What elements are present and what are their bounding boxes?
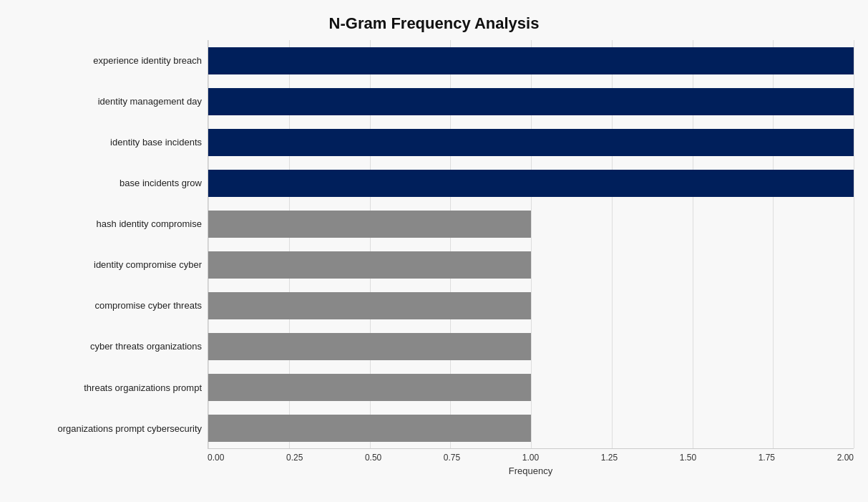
- bar: [208, 374, 531, 401]
- bar-row: [208, 122, 854, 163]
- x-tick: 0.00: [208, 453, 224, 463]
- bar-row: [208, 285, 854, 326]
- x-tick: 2.00: [837, 453, 854, 463]
- y-labels: experience identity breachidentity manag…: [14, 40, 208, 449]
- plot-area: experience identity breachidentity manag…: [14, 40, 854, 449]
- bar: [208, 129, 854, 156]
- x-tick: 1.50: [680, 453, 696, 463]
- bar: [208, 88, 854, 115]
- bar: [208, 211, 531, 238]
- y-label: cyber threats organizations: [14, 327, 202, 367]
- grid-line: [854, 40, 854, 448]
- bar-row: [208, 244, 854, 285]
- x-tick: 0.50: [365, 453, 381, 463]
- x-axis: 0.000.250.500.751.001.251.501.752.00: [14, 453, 854, 463]
- bar: [208, 47, 854, 74]
- bar-row: [208, 40, 854, 81]
- bar: [208, 292, 531, 319]
- y-label: base incidents grow: [14, 163, 202, 203]
- bar-row: [208, 81, 854, 122]
- x-tick: 1.75: [759, 453, 775, 463]
- y-label: experience identity breach: [14, 40, 202, 81]
- bar-row: [208, 367, 854, 407]
- chart-title: N-Gram Frequency Analysis: [14, 14, 854, 33]
- x-tick: 1.25: [601, 453, 618, 463]
- bar: [208, 170, 854, 197]
- chart-container: N-Gram Frequency Analysis experience ide…: [0, 0, 868, 502]
- chart-area: experience identity breachidentity manag…: [14, 40, 854, 428]
- bar-row: [208, 163, 854, 203]
- y-label: identity base incidents: [14, 122, 202, 163]
- y-label: threats organizations prompt: [14, 367, 202, 408]
- bar: [208, 333, 531, 360]
- y-label: organizations prompt cybersecurity: [14, 408, 202, 449]
- y-label: hash identity compromise: [14, 203, 202, 244]
- bar: [208, 251, 531, 279]
- y-label: compromise cyber threats: [14, 286, 202, 327]
- x-tick: 0.75: [444, 453, 460, 463]
- y-label: identity management day: [14, 81, 202, 122]
- x-tick: 1.00: [522, 453, 539, 463]
- bars-area: [208, 40, 854, 449]
- x-tick: 0.25: [286, 453, 303, 463]
- y-label: identity compromise cyber: [14, 245, 202, 286]
- x-ticks: 0.000.250.500.751.001.251.501.752.00: [208, 453, 854, 463]
- bar: [208, 415, 531, 442]
- bar-row: [208, 407, 854, 448]
- x-axis-label: Frequency: [14, 465, 854, 476]
- bar-row: [208, 326, 854, 367]
- bar-row: [208, 203, 854, 244]
